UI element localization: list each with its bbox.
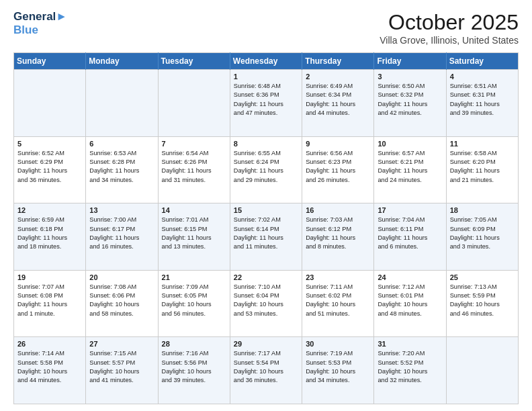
calendar-cell: 16Sunrise: 7:03 AMSunset: 6:12 PMDayligh…: [302, 203, 374, 271]
day-number: 20: [89, 273, 154, 281]
logo: General►Blue: [13, 10, 67, 38]
day-info: Sunrise: 7:11 AMSunset: 6:02 PMDaylight:…: [306, 283, 370, 318]
day-number: 27: [89, 340, 154, 348]
day-info: Sunrise: 7:17 AMSunset: 5:54 PMDaylight:…: [234, 349, 298, 385]
day-info: Sunrise: 7:05 AMSunset: 6:09 PMDaylight:…: [450, 216, 515, 251]
day-number: 28: [162, 340, 226, 348]
day-info: Sunrise: 6:58 AMSunset: 6:20 PMDaylight:…: [450, 149, 515, 185]
day-info: Sunrise: 6:53 AMSunset: 6:28 PMDaylight:…: [89, 149, 154, 185]
day-info: Sunrise: 7:03 AMSunset: 6:12 PMDaylight:…: [306, 216, 370, 251]
day-info: Sunrise: 6:52 AMSunset: 6:29 PMDaylight:…: [17, 149, 82, 185]
day-info: Sunrise: 7:08 AMSunset: 6:06 PMDaylight:…: [89, 283, 154, 318]
day-number: 8: [234, 140, 298, 148]
day-number: 3: [378, 73, 442, 81]
day-number: 17: [378, 206, 442, 214]
day-number: 24: [378, 273, 442, 281]
calendar-week-row: 26Sunrise: 7:14 AMSunset: 5:58 PMDayligh…: [14, 337, 519, 404]
day-number: 10: [378, 140, 442, 148]
day-number: 16: [306, 206, 370, 214]
day-number: 22: [234, 273, 298, 281]
day-number: 5: [17, 140, 82, 148]
calendar-cell: 3Sunrise: 6:50 AMSunset: 6:32 PMDaylight…: [374, 70, 446, 137]
header: General►Blue October 2025 Villa Grove, I…: [13, 10, 519, 46]
page: General►Blue October 2025 Villa Grove, I…: [0, 0, 532, 411]
day-info: Sunrise: 6:48 AMSunset: 6:36 PMDaylight:…: [234, 82, 298, 118]
day-info: Sunrise: 6:57 AMSunset: 6:21 PMDaylight:…: [378, 149, 442, 185]
calendar-week-row: 1Sunrise: 6:48 AMSunset: 6:36 PMDaylight…: [14, 70, 519, 137]
day-info: Sunrise: 6:55 AMSunset: 6:24 PMDaylight:…: [234, 149, 298, 185]
day-info: Sunrise: 7:15 AMSunset: 5:57 PMDaylight:…: [89, 349, 154, 385]
day-number: 4: [450, 73, 515, 81]
day-number: 29: [234, 340, 298, 348]
day-info: Sunrise: 7:02 AMSunset: 6:14 PMDaylight:…: [234, 216, 298, 251]
calendar-cell: 22Sunrise: 7:10 AMSunset: 6:04 PMDayligh…: [230, 270, 302, 337]
calendar-cell: 21Sunrise: 7:09 AMSunset: 6:05 PMDayligh…: [158, 270, 230, 337]
calendar-cell: 11Sunrise: 6:58 AMSunset: 6:20 PMDayligh…: [446, 136, 518, 203]
day-info: Sunrise: 7:19 AMSunset: 5:53 PMDaylight:…: [306, 349, 370, 385]
calendar-cell: 12Sunrise: 6:59 AMSunset: 6:18 PMDayligh…: [14, 203, 86, 271]
calendar-cell: 30Sunrise: 7:19 AMSunset: 5:53 PMDayligh…: [302, 337, 374, 404]
col-header-tuesday: Tuesday: [158, 53, 230, 70]
day-number: 18: [450, 206, 515, 214]
calendar-cell: [446, 337, 518, 404]
day-info: Sunrise: 7:10 AMSunset: 6:04 PMDaylight:…: [234, 283, 298, 318]
day-number: 7: [162, 140, 226, 148]
logo-text: General►Blue: [13, 10, 67, 38]
calendar-cell: 13Sunrise: 7:00 AMSunset: 6:17 PMDayligh…: [86, 203, 158, 271]
calendar-cell: [158, 70, 230, 137]
day-number: 12: [17, 206, 82, 214]
day-number: 13: [89, 206, 154, 214]
day-info: Sunrise: 7:12 AMSunset: 6:01 PMDaylight:…: [378, 283, 442, 318]
day-info: Sunrise: 7:14 AMSunset: 5:58 PMDaylight:…: [17, 349, 82, 385]
calendar-cell: 19Sunrise: 7:07 AMSunset: 6:08 PMDayligh…: [14, 270, 86, 337]
day-number: 6: [89, 140, 154, 148]
location: Villa Grove, Illinois, United States: [380, 35, 519, 46]
day-info: Sunrise: 6:56 AMSunset: 6:23 PMDaylight:…: [306, 149, 370, 185]
calendar-cell: 9Sunrise: 6:56 AMSunset: 6:23 PMDaylight…: [302, 136, 374, 203]
calendar-cell: 25Sunrise: 7:13 AMSunset: 5:59 PMDayligh…: [446, 270, 518, 337]
day-number: 11: [450, 140, 515, 148]
calendar-cell: 14Sunrise: 7:01 AMSunset: 6:15 PMDayligh…: [158, 203, 230, 271]
calendar-cell: 26Sunrise: 7:14 AMSunset: 5:58 PMDayligh…: [14, 337, 86, 404]
col-header-friday: Friday: [374, 53, 446, 70]
day-info: Sunrise: 6:49 AMSunset: 6:34 PMDaylight:…: [306, 82, 370, 118]
col-header-wednesday: Wednesday: [230, 53, 302, 70]
day-info: Sunrise: 6:50 AMSunset: 6:32 PMDaylight:…: [378, 82, 442, 118]
day-number: 31: [378, 340, 442, 348]
calendar-cell: 27Sunrise: 7:15 AMSunset: 5:57 PMDayligh…: [86, 337, 158, 404]
calendar-cell: 4Sunrise: 6:51 AMSunset: 6:31 PMDaylight…: [446, 70, 518, 137]
day-info: Sunrise: 6:51 AMSunset: 6:31 PMDaylight:…: [450, 82, 515, 118]
calendar-cell: 2Sunrise: 6:49 AMSunset: 6:34 PMDaylight…: [302, 70, 374, 137]
calendar-cell: 1Sunrise: 6:48 AMSunset: 6:36 PMDaylight…: [230, 70, 302, 137]
col-header-thursday: Thursday: [302, 53, 374, 70]
calendar-cell: [14, 70, 86, 137]
day-number: 30: [306, 340, 370, 348]
day-number: 14: [162, 206, 226, 214]
calendar-cell: 10Sunrise: 6:57 AMSunset: 6:21 PMDayligh…: [374, 136, 446, 203]
calendar-week-row: 5Sunrise: 6:52 AMSunset: 6:29 PMDaylight…: [14, 136, 519, 203]
day-number: 21: [162, 273, 226, 281]
calendar-cell: 6Sunrise: 6:53 AMSunset: 6:28 PMDaylight…: [86, 136, 158, 203]
day-number: 15: [234, 206, 298, 214]
day-info: Sunrise: 7:16 AMSunset: 5:56 PMDaylight:…: [162, 349, 226, 385]
day-info: Sunrise: 6:59 AMSunset: 6:18 PMDaylight:…: [17, 216, 82, 251]
calendar-cell: 8Sunrise: 6:55 AMSunset: 6:24 PMDaylight…: [230, 136, 302, 203]
calendar-cell: 17Sunrise: 7:04 AMSunset: 6:11 PMDayligh…: [374, 203, 446, 271]
calendar-week-row: 12Sunrise: 6:59 AMSunset: 6:18 PMDayligh…: [14, 203, 519, 271]
day-number: 1: [234, 73, 298, 81]
title-area: October 2025 Villa Grove, Illinois, Unit…: [380, 10, 519, 46]
calendar-table: SundayMondayTuesdayWednesdayThursdayFrid…: [13, 52, 519, 404]
day-info: Sunrise: 7:20 AMSunset: 5:52 PMDaylight:…: [378, 349, 442, 385]
col-header-sunday: Sunday: [14, 53, 86, 70]
calendar-cell: 24Sunrise: 7:12 AMSunset: 6:01 PMDayligh…: [374, 270, 446, 337]
calendar-cell: 23Sunrise: 7:11 AMSunset: 6:02 PMDayligh…: [302, 270, 374, 337]
day-number: 2: [306, 73, 370, 81]
day-number: 19: [17, 273, 82, 281]
calendar-cell: 7Sunrise: 6:54 AMSunset: 6:26 PMDaylight…: [158, 136, 230, 203]
calendar-week-row: 19Sunrise: 7:07 AMSunset: 6:08 PMDayligh…: [14, 270, 519, 337]
calendar-cell: 31Sunrise: 7:20 AMSunset: 5:52 PMDayligh…: [374, 337, 446, 404]
day-info: Sunrise: 7:01 AMSunset: 6:15 PMDaylight:…: [162, 216, 226, 251]
col-header-saturday: Saturday: [446, 53, 518, 70]
calendar-cell: 5Sunrise: 6:52 AMSunset: 6:29 PMDaylight…: [14, 136, 86, 203]
col-header-monday: Monday: [86, 53, 158, 70]
